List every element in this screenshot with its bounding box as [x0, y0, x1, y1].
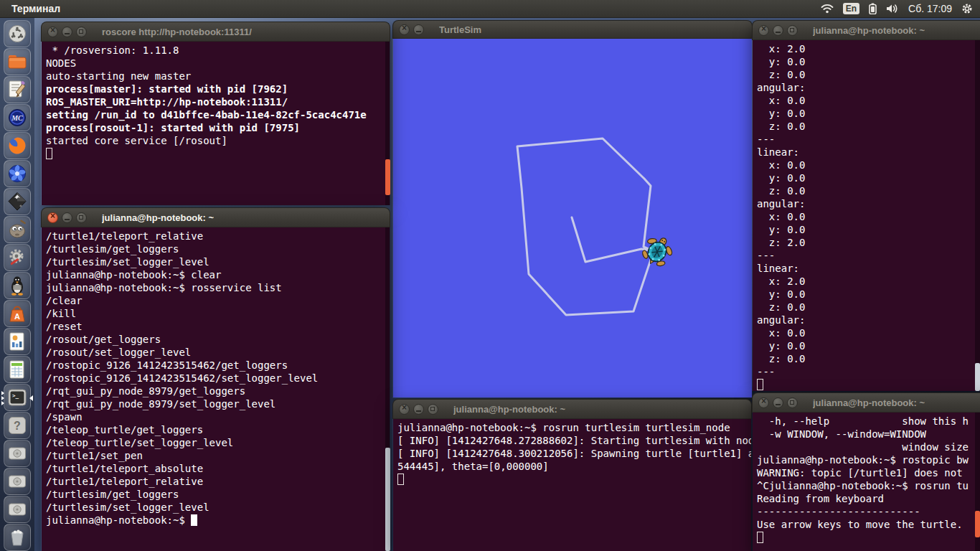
- bottom-center-titlebar[interactable]: julianna@hp-notebook: ~: [392, 399, 752, 419]
- terminal-cursor: [46, 148, 52, 159]
- window-title: julianna@hp-notebook: ~: [453, 404, 565, 415]
- text-editor-icon: [6, 79, 28, 100]
- maximize-button[interactable]: [428, 404, 438, 415]
- terminal-line: y: 0.0: [757, 171, 980, 184]
- minimize-button[interactable]: [773, 397, 783, 408]
- terminal-line: NODES: [46, 57, 390, 70]
- left-terminal-content[interactable]: /turtle1/teleport_relative/turtlesim/get…: [42, 227, 390, 551]
- roscore-terminal-content[interactable]: * /rosversion: 1.11.8NODESauto-starting …: [42, 42, 390, 205]
- terminal-line: /rqt_gui_py_node_8979/get_loggers: [46, 385, 390, 397]
- launcher-item-drive-3[interactable]: [4, 496, 31, 523]
- top-panel: Терминал En Сб. 17:09: [0, 0, 980, 18]
- scrollbar[interactable]: [385, 42, 390, 205]
- minimize-button[interactable]: [413, 24, 424, 35]
- turtle-sprite: [638, 231, 678, 271]
- terminal-line: /clear: [46, 294, 390, 307]
- terminal-line: [46, 147, 390, 160]
- launcher-item-files[interactable]: [4, 48, 31, 75]
- bottom-center-terminal-content[interactable]: julianna@hp-notebook:~$ rosrun turtlesim…: [393, 419, 751, 551]
- launcher-item-trash[interactable]: [4, 524, 31, 551]
- launcher-item-libreoffice-calc[interactable]: [4, 356, 31, 383]
- maximize-button[interactable]: [76, 27, 87, 37]
- terminal-line: ---: [757, 133, 980, 146]
- trash-icon: [6, 527, 28, 548]
- terminal-line: x: 0.0: [757, 159, 980, 171]
- terminal-line: started core service [/rosout]: [46, 134, 390, 147]
- maximize-button[interactable]: [787, 25, 798, 36]
- close-button[interactable]: [47, 27, 58, 37]
- bottom-right-titlebar[interactable]: julianna@hp-notebook: ~: [752, 392, 980, 413]
- window-roscore: roscore http://hp-notebook:11311/ * /ros…: [41, 22, 390, 205]
- battery-icon[interactable]: [869, 3, 877, 14]
- launcher-item-software-center[interactable]: A: [4, 300, 31, 327]
- launcher-item-midnight-commander[interactable]: MC: [4, 104, 31, 131]
- terminal-line: [757, 531, 980, 544]
- clock[interactable]: Сб. 17:09: [908, 3, 952, 14]
- active-app-title: Терминал: [11, 3, 60, 14]
- right-top-titlebar[interactable]: julianna@hp-notebook: ~: [752, 20, 980, 40]
- launcher-item-text-editor[interactable]: [4, 76, 31, 103]
- minimize-button[interactable]: [773, 25, 783, 36]
- terminal-line: /turtle1/teleport_relative: [46, 475, 390, 488]
- scrollbar[interactable]: [975, 40, 980, 391]
- launcher-item-photo-lens[interactable]: [4, 160, 31, 187]
- launcher-item-inkscape[interactable]: [4, 188, 31, 215]
- window-title: julianna@hp-notebook: ~: [813, 25, 925, 36]
- scrollbar-thumb[interactable]: [385, 159, 390, 195]
- scrollbar-thumb[interactable]: [975, 511, 980, 537]
- turtle-trail: [517, 138, 654, 315]
- close-button[interactable]: [47, 212, 58, 223]
- close-button[interactable]: [399, 24, 410, 35]
- window-bottom-right-terminal: julianna@hp-notebook: ~ -h, --help show …: [752, 392, 980, 551]
- terminal-line: window size: [757, 441, 980, 453]
- launcher-item-system-settings[interactable]: [4, 244, 31, 271]
- scrollbar[interactable]: [975, 413, 980, 551]
- terminal-line: y: 0.0: [757, 339, 980, 352]
- software-center-icon: A: [6, 303, 28, 324]
- terminal-line: z: 0.0: [757, 120, 980, 133]
- right-top-terminal-content[interactable]: x: 2.0 y: 0.0 z: 0.0angular: x: 0.0 y: 0…: [753, 40, 980, 391]
- window-title: TurtleSim: [439, 24, 481, 35]
- scrollbar-thumb[interactable]: [385, 448, 390, 551]
- volume-icon[interactable]: [886, 4, 899, 14]
- maximize-button[interactable]: [787, 397, 798, 408]
- terminal-line: setting /run_id to d41bffce-4bab-11e4-82…: [46, 108, 390, 121]
- terminal-line: y: 0.0: [757, 55, 980, 68]
- minimize-button[interactable]: [413, 404, 424, 415]
- window-turtlesim: TurtleSim: [392, 20, 753, 398]
- close-button[interactable]: [758, 397, 769, 408]
- close-button[interactable]: [399, 404, 410, 415]
- launcher-item-dash-home[interactable]: [4, 20, 31, 47]
- turtlesim-titlebar[interactable]: TurtleSim: [392, 20, 753, 39]
- scrollbar-thumb[interactable]: [975, 363, 980, 391]
- launcher-item-penguin-app[interactable]: [4, 272, 31, 299]
- terminal-cursor: [757, 379, 763, 390]
- turtlesim-canvas: [393, 39, 752, 397]
- launcher-item-libreoffice-impress[interactable]: [4, 328, 31, 355]
- keyboard-layout-indicator[interactable]: En: [843, 3, 859, 14]
- launcher-item-gimp[interactable]: [4, 216, 31, 243]
- session-gear-icon[interactable]: [961, 3, 973, 14]
- scrollbar[interactable]: [385, 227, 390, 551]
- minimize-button[interactable]: [62, 212, 72, 223]
- terminal-line: angular:: [757, 197, 980, 210]
- bottom-right-terminal-content[interactable]: -h, --help show this h -w WINDOW, --wind…: [753, 413, 980, 551]
- wifi-icon[interactable]: [821, 4, 834, 14]
- terminal-line: ---: [757, 249, 980, 262]
- launcher-item-terminal[interactable]: >_: [4, 384, 31, 411]
- launcher-item-drive-1[interactable]: [4, 440, 31, 467]
- launcher-item-drive-2[interactable]: [4, 468, 31, 495]
- maximize-button[interactable]: [76, 212, 87, 223]
- terminal-line: /turtlesim/get_loggers: [46, 488, 390, 501]
- launcher-item-firefox[interactable]: [4, 132, 31, 159]
- launcher-item-help[interactable]: ?: [4, 412, 31, 439]
- terminal-line: /spawn: [46, 410, 390, 423]
- roscore-titlebar[interactable]: roscore http://hp-notebook:11311/: [41, 22, 390, 42]
- terminal-line: y: 0.0: [757, 223, 980, 236]
- minimize-button[interactable]: [62, 27, 72, 37]
- mc-icon: MC: [6, 107, 28, 128]
- close-button[interactable]: [758, 25, 769, 36]
- terminal-line: julianna@hp-notebook:~$ clear: [46, 268, 390, 281]
- left-terminal-titlebar[interactable]: julianna@hp-notebook: ~: [41, 207, 390, 227]
- terminal-line: x: 2.0: [757, 275, 980, 288]
